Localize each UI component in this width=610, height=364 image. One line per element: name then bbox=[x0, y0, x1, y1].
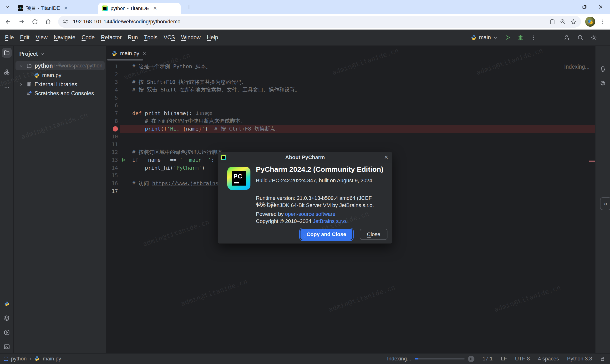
expand-panel-chevrons-icon[interactable]: « bbox=[600, 197, 610, 210]
bookmark-star-icon[interactable] bbox=[570, 19, 577, 25]
menu-run[interactable]: Run bbox=[125, 32, 141, 43]
code-line[interactable]: 11 bbox=[107, 141, 595, 148]
status-line-separator[interactable]: LF bbox=[501, 356, 507, 362]
line-number[interactable]: 4 bbox=[107, 87, 120, 93]
line-number[interactable]: 16 bbox=[107, 180, 120, 186]
close-button[interactable]: Close bbox=[360, 229, 388, 240]
status-encoding[interactable]: UTF-8 bbox=[515, 356, 530, 362]
usages-inlay-hint[interactable]: 1 usage bbox=[196, 111, 212, 116]
unlocked-padlock-icon[interactable] bbox=[600, 356, 605, 361]
chevron-right-icon[interactable] bbox=[18, 82, 24, 87]
new-tab-icon[interactable] bbox=[185, 3, 193, 11]
menu-vcs[interactable]: VCS bbox=[161, 32, 178, 43]
restore-icon[interactable] bbox=[582, 4, 587, 10]
zoom-in-icon[interactable] bbox=[560, 19, 566, 25]
editor-tab-main-py[interactable]: main.py bbox=[108, 46, 150, 61]
reload-icon[interactable] bbox=[28, 15, 41, 28]
run-config-widget[interactable]: main bbox=[471, 34, 497, 41]
code-line[interactable]: 3# 按 Shift+F10 执行或将其替换为您的代码。 bbox=[107, 78, 595, 86]
back-icon[interactable] bbox=[1, 15, 15, 28]
python-console-icon[interactable] bbox=[2, 327, 12, 337]
project-panel-header[interactable]: Project bbox=[19, 51, 45, 57]
line-number[interactable]: 2 bbox=[107, 71, 120, 78]
tree-row-project-root[interactable]: python ~/workspace/python bbox=[15, 61, 104, 70]
menu-code[interactable]: Code bbox=[78, 32, 98, 43]
minimize-icon[interactable] bbox=[566, 4, 571, 10]
avatar[interactable]: 🎭 bbox=[585, 17, 595, 27]
menu-file[interactable]: File bbox=[2, 32, 17, 43]
code-line[interactable]: 6 bbox=[107, 102, 595, 109]
tab-close-icon[interactable]: ✕ bbox=[64, 5, 68, 11]
menu-tools[interactable]: Tools bbox=[141, 32, 161, 43]
menu-navigate[interactable]: Navigate bbox=[51, 32, 79, 43]
line-number[interactable]: 7 bbox=[107, 110, 120, 116]
jetbrains-link[interactable]: JetBrains s.r.o. bbox=[313, 218, 348, 224]
copy-and-close-button[interactable]: Copy and Close bbox=[300, 229, 353, 240]
line-number[interactable]: 5 bbox=[107, 95, 120, 101]
close-tab-icon[interactable] bbox=[142, 52, 146, 55]
code-line[interactable]: 2 bbox=[107, 70, 595, 78]
run-button[interactable] bbox=[504, 34, 511, 41]
browser-menu-icon[interactable] bbox=[597, 19, 608, 25]
code-line[interactable]: 5 bbox=[107, 94, 595, 102]
line-number[interactable]: 3 bbox=[107, 79, 120, 85]
code-with-me-icon[interactable] bbox=[564, 34, 571, 41]
tree-row-scratches[interactable]: Scratches and Consoles bbox=[15, 89, 104, 98]
dialog-close-icon[interactable]: ✕ bbox=[384, 154, 389, 161]
python-packages-icon[interactable] bbox=[2, 299, 12, 309]
code-line[interactable]: 7def print_hi(name):1 usage bbox=[107, 109, 595, 117]
pause-indexing-icon[interactable] bbox=[468, 356, 474, 362]
code-line[interactable]: 1# 这是一个示例 Python 脚本。 bbox=[107, 63, 595, 70]
menu-help[interactable]: Help bbox=[204, 32, 221, 43]
line-number[interactable]: 10 bbox=[107, 134, 120, 140]
debug-button[interactable] bbox=[517, 34, 524, 41]
tab-search-chevron-icon[interactable] bbox=[4, 3, 11, 11]
services-layers-icon[interactable] bbox=[2, 313, 12, 323]
open-source-link[interactable]: open-source software bbox=[285, 211, 336, 217]
line-number[interactable]: 15 bbox=[107, 172, 120, 178]
code-line[interactable]: 4# 按 双击 Shift 在所有地方搜索类、文件、工具窗口、操作和设置。 bbox=[107, 86, 595, 94]
code-line[interactable]: print(f'Hi, {name}') # 按 Ctrl+F8 切换断点。 bbox=[107, 125, 595, 133]
line-number[interactable]: 11 bbox=[107, 142, 120, 147]
clipboard-icon[interactable] bbox=[549, 19, 556, 25]
menu-edit[interactable]: Edit bbox=[17, 32, 33, 43]
more-actions-icon[interactable] bbox=[531, 35, 536, 40]
browser-tab-python[interactable]: python - TitanIDE ✕ bbox=[98, 3, 181, 14]
home-icon[interactable] bbox=[41, 15, 55, 28]
menu-refactor[interactable]: Refactor bbox=[98, 32, 125, 43]
breakpoint-dot[interactable] bbox=[107, 126, 120, 131]
notifications-bell-icon[interactable] bbox=[599, 65, 606, 72]
dialog-title-bar[interactable]: About PyCharm ✕ bbox=[218, 152, 392, 163]
address-bar[interactable]: 192.168.101.144/ide/web/coding/python/de… bbox=[58, 16, 581, 28]
project-tool-icon[interactable] bbox=[2, 48, 12, 58]
more-tool-windows-icon[interactable] bbox=[2, 82, 12, 92]
line-number[interactable]: 17 bbox=[107, 188, 120, 194]
ai-assistant-icon[interactable] bbox=[599, 80, 606, 87]
url-text[interactable]: 192.168.101.144/ide/web/coding/python/de… bbox=[73, 19, 549, 25]
forward-icon[interactable] bbox=[15, 15, 28, 28]
tree-row-main-py[interactable]: main.py bbox=[15, 71, 104, 80]
tab-close-icon[interactable]: ✕ bbox=[153, 5, 157, 11]
chevron-down-icon[interactable] bbox=[18, 64, 24, 68]
line-number[interactable]: 8 bbox=[107, 118, 120, 124]
close-window-icon[interactable] bbox=[598, 4, 603, 10]
site-info-icon[interactable] bbox=[63, 19, 69, 25]
browser-tab-titanide[interactable]: <t> 项目 - TitanIDE ✕ bbox=[14, 2, 96, 14]
line-number[interactable]: 6 bbox=[107, 103, 120, 108]
settings-gear-icon[interactable] bbox=[590, 34, 597, 41]
menu-view[interactable]: View bbox=[33, 32, 51, 43]
line-number[interactable]: 13 bbox=[107, 157, 120, 163]
status-caret-position[interactable]: 17:1 bbox=[482, 356, 493, 362]
run-gutter-icon[interactable] bbox=[120, 156, 132, 164]
breadcrumb-project[interactable]: python bbox=[11, 356, 27, 362]
line-number[interactable]: 12 bbox=[107, 149, 120, 155]
status-interpreter[interactable]: Python 3.8 bbox=[567, 356, 592, 362]
terminal-tool-icon[interactable] bbox=[2, 342, 12, 351]
line-number[interactable]: 14 bbox=[107, 165, 120, 171]
line-number[interactable]: 1 bbox=[107, 64, 120, 70]
code-line[interactable]: 10 bbox=[107, 133, 595, 141]
error-stripe-breakpoint-mark[interactable] bbox=[589, 161, 595, 162]
tree-row-external-libraries[interactable]: External Libraries bbox=[15, 80, 104, 89]
breadcrumb-file[interactable]: main.py bbox=[43, 356, 61, 362]
menu-window[interactable]: Window bbox=[178, 32, 204, 43]
